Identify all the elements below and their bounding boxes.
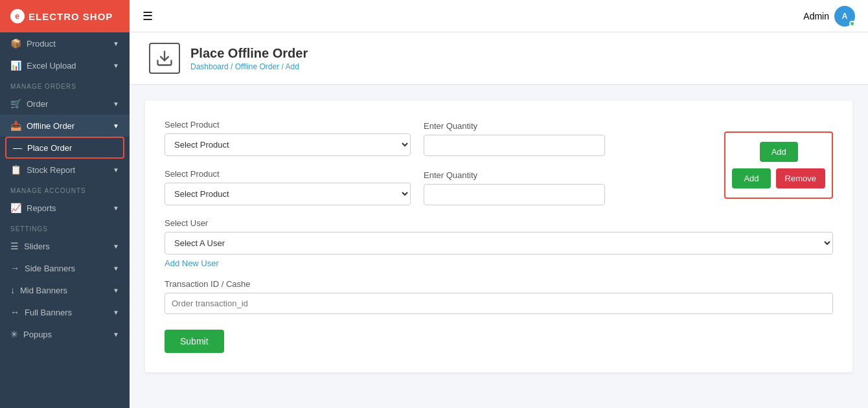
popups-icon: ✳ bbox=[10, 329, 18, 339]
side-banners-icon: → bbox=[10, 263, 19, 273]
quantity-label-2: Enter Quantity bbox=[424, 170, 605, 180]
chevron-icon: ▼ bbox=[113, 265, 119, 272]
manage-orders-section-label: MANAGE ORDERS bbox=[0, 76, 130, 93]
user-select[interactable]: Select A User bbox=[165, 232, 833, 255]
remove-button-2[interactable]: Remove bbox=[776, 168, 825, 188]
sidebar-label-product: Product bbox=[27, 39, 56, 49]
reports-icon: 📈 bbox=[10, 203, 21, 213]
product-row-1: Select Product Select Product Enter Quan… bbox=[165, 120, 714, 156]
chevron-icon: ▼ bbox=[113, 287, 119, 294]
sidebar-label-full-banners: Full Banners bbox=[25, 308, 72, 317]
add-button-1[interactable]: Add bbox=[760, 142, 798, 162]
sidebar-label-reports: Reports bbox=[27, 203, 56, 213]
excel-icon: 📊 bbox=[10, 60, 21, 71]
sidebar-item-mid-banners[interactable]: ↓ Mid Banners ▼ bbox=[0, 279, 130, 301]
transaction-field: Transaction ID / Cashe bbox=[165, 279, 833, 314]
chevron-icon: ▼ bbox=[113, 122, 119, 130]
sidebar-label-sliders: Sliders bbox=[24, 242, 50, 251]
place-order-icon: — bbox=[13, 142, 22, 153]
sidebar-label-place-order: Place Order bbox=[27, 143, 72, 153]
sidebar-item-excel-upload[interactable]: 📊 Excel Upload ▼ bbox=[0, 54, 130, 76]
row2-buttons: Add Remove bbox=[732, 168, 825, 188]
main-area: ☰ Admin A Place Offline Order Dashboard bbox=[130, 0, 868, 408]
sidebar-label-mid-banners: Mid Banners bbox=[20, 286, 67, 295]
sidebar-item-product[interactable]: 📦 Product ▼ bbox=[0, 32, 130, 54]
sidebar-label-offline-order: Offline Order bbox=[27, 121, 74, 131]
chevron-icon: ▼ bbox=[113, 205, 119, 212]
manage-accounts-section-label: MANAGE AccounTS bbox=[0, 181, 130, 197]
chevron-icon: ▼ bbox=[113, 62, 119, 69]
full-banners-icon: ↔ bbox=[10, 307, 19, 317]
chevron-icon: ▼ bbox=[113, 166, 119, 174]
brand-name: ELECTRO SHOP bbox=[29, 11, 113, 22]
topbar-right: Admin A bbox=[803, 6, 855, 27]
chevron-icon: ▼ bbox=[113, 243, 119, 250]
page-title: Place Offline Order bbox=[190, 46, 308, 61]
sidebar-label-popups: Popups bbox=[23, 330, 52, 339]
sliders-icon: ☰ bbox=[10, 241, 19, 251]
transaction-section: Transaction ID / Cashe bbox=[165, 279, 833, 314]
sidebar-item-side-banners[interactable]: → Side Banners ▼ bbox=[0, 257, 130, 279]
transaction-input[interactable] bbox=[165, 293, 833, 314]
action-buttons-col: Add Add Remove bbox=[724, 131, 833, 199]
hamburger-icon[interactable]: ☰ bbox=[143, 9, 153, 23]
sidebar-item-order[interactable]: 🛒 Order ▼ bbox=[0, 93, 130, 115]
sidebar-item-reports[interactable]: 📈 Reports ▼ bbox=[0, 197, 130, 219]
topbar: ☰ Admin A bbox=[130, 0, 868, 32]
product-rows-container: Select Product Select Product Enter Quan… bbox=[165, 120, 833, 218]
sidebar-item-sliders[interactable]: ☰ Sliders ▼ bbox=[0, 235, 130, 257]
rows-column: Select Product Select Product Enter Quan… bbox=[165, 120, 714, 218]
quantity-field-1: Enter Quantity bbox=[424, 121, 605, 156]
add-button-2[interactable]: Add bbox=[732, 168, 770, 188]
sidebar-item-full-banners[interactable]: ↔ Full Banners ▼ bbox=[0, 301, 130, 323]
quantity-field-2: Enter Quantity bbox=[424, 170, 605, 205]
quantity-label-1: Enter Quantity bbox=[424, 121, 605, 131]
product-field-2: Select Product Select Product bbox=[165, 169, 411, 205]
breadcrumb: Dashboard / Offline Order / Add bbox=[190, 62, 308, 71]
settings-section-label: SETTINGS bbox=[0, 219, 130, 235]
add-new-user-link[interactable]: Add New User bbox=[165, 258, 219, 268]
user-label: Select User bbox=[165, 218, 833, 228]
chevron-icon: ▼ bbox=[113, 309, 119, 316]
content-area: Place Offline Order Dashboard / Offline … bbox=[130, 32, 868, 408]
product-label-1: Select Product bbox=[165, 120, 411, 130]
admin-label: Admin bbox=[803, 11, 829, 21]
order-icon: 🛒 bbox=[10, 98, 21, 109]
form-card: Select Product Select Product Enter Quan… bbox=[145, 100, 852, 372]
sidebar-label-excel-upload: Excel Upload bbox=[27, 61, 76, 71]
mid-banners-icon: ↓ bbox=[10, 285, 15, 295]
page-header-icon bbox=[149, 43, 180, 74]
sidebar-item-place-order[interactable]: — Place Order bbox=[5, 137, 124, 159]
quantity-input-1[interactable] bbox=[424, 135, 605, 156]
topbar-left: ☰ bbox=[143, 9, 153, 23]
transaction-label: Transaction ID / Cashe bbox=[165, 279, 833, 289]
page-header: Place Offline Order Dashboard / Offline … bbox=[130, 32, 868, 85]
product-select-2[interactable]: Select Product bbox=[165, 183, 411, 205]
sidebar-item-stock-report[interactable]: 📋 Stock Report ▼ bbox=[0, 159, 130, 181]
product-field-1: Select Product Select Product bbox=[165, 120, 411, 156]
avatar[interactable]: A bbox=[834, 6, 855, 27]
product-icon: 📦 bbox=[10, 38, 21, 49]
sidebar-label-stock-report: Stock Report bbox=[27, 165, 75, 175]
chevron-icon: ▼ bbox=[113, 100, 119, 108]
stock-report-icon: 📋 bbox=[10, 164, 21, 175]
product-row-2: Select Product Select Product Enter Quan… bbox=[165, 169, 714, 205]
brand-letter: e bbox=[10, 9, 25, 23]
offline-order-icon: 📥 bbox=[10, 120, 21, 131]
sidebar: e ELECTRO SHOP 📦 Product ▼ 📊 Excel Uploa… bbox=[0, 0, 130, 408]
sidebar-item-offline-order[interactable]: 📥 Offline Order ▼ bbox=[0, 115, 130, 137]
user-section: Select User Select A User Add New User bbox=[165, 218, 833, 269]
product-select-1[interactable]: Select Product bbox=[165, 133, 411, 156]
user-field: Select User Select A User bbox=[165, 218, 833, 255]
sidebar-label-order: Order bbox=[27, 99, 48, 109]
submit-button[interactable]: Submit bbox=[165, 330, 224, 353]
product-label-2: Select Product bbox=[165, 169, 411, 179]
online-indicator bbox=[849, 21, 855, 27]
chevron-icon: ▼ bbox=[113, 331, 119, 338]
sidebar-item-popups[interactable]: ✳ Popups ▼ bbox=[0, 323, 130, 345]
brand-logo[interactable]: e ELECTRO SHOP bbox=[0, 0, 130, 32]
sidebar-label-side-banners: Side Banners bbox=[25, 264, 75, 273]
chevron-icon: ▼ bbox=[113, 40, 119, 47]
quantity-input-2[interactable] bbox=[424, 184, 605, 205]
